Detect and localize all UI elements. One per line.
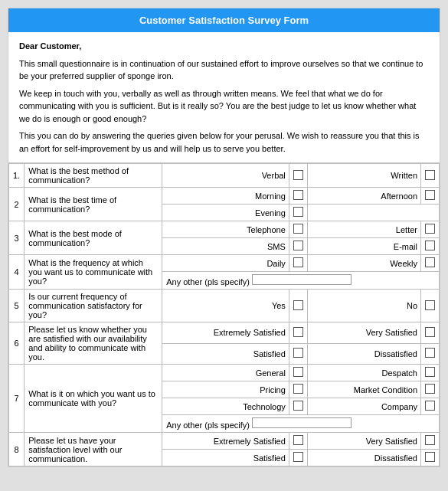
answer-label: Afternoon	[307, 188, 420, 205]
checkbox-cell[interactable]	[289, 164, 307, 188]
question-number: 1.	[9, 164, 25, 188]
question-text: What is the best mode of communication?	[25, 221, 162, 255]
answer-label: Telephone	[162, 221, 289, 238]
checkbox[interactable]	[293, 224, 303, 234]
checkbox[interactable]	[293, 327, 303, 337]
checkbox-cell[interactable]	[421, 221, 440, 238]
answer-label: Company	[307, 398, 420, 415]
checkbox[interactable]	[425, 257, 435, 267]
answer-label: Weekly	[307, 255, 420, 272]
checkbox[interactable]	[425, 190, 435, 200]
answer-label: E-mail	[307, 238, 420, 255]
empty-cell	[307, 205, 439, 221]
checkbox-cell[interactable]	[289, 322, 307, 344]
answer-label: Yes	[162, 290, 289, 322]
answer-label: No	[307, 290, 420, 322]
checkbox[interactable]	[293, 401, 303, 411]
checkbox[interactable]	[425, 170, 435, 180]
answer-label: Very Satisfied	[307, 433, 420, 450]
checkbox[interactable]	[425, 300, 435, 310]
answer-label: Market Condition	[307, 381, 420, 398]
checkbox-cell[interactable]	[421, 255, 440, 272]
checkbox[interactable]	[293, 257, 303, 267]
checkbox-cell[interactable]	[421, 290, 440, 322]
table-row: 7What is it on which you want us to comm…	[9, 365, 440, 381]
checkbox-cell[interactable]	[421, 322, 440, 344]
intro-para2: We keep in touch with you, verbally as w…	[19, 87, 429, 126]
checkbox-cell[interactable]	[289, 238, 307, 255]
checkbox[interactable]	[425, 367, 435, 377]
checkbox-cell[interactable]	[289, 343, 307, 365]
specify-input[interactable]	[252, 417, 352, 428]
checkbox[interactable]	[425, 452, 435, 462]
checkbox[interactable]	[293, 241, 303, 250]
specify-input[interactable]	[252, 274, 352, 285]
checkbox[interactable]	[425, 384, 435, 394]
answer-label: Letter	[307, 221, 420, 238]
checkbox-cell[interactable]	[289, 381, 307, 398]
answer-label: Extremely Satisfied	[162, 322, 289, 344]
checkbox[interactable]	[293, 190, 303, 200]
table-row: 8Please let us have your satisfaction le…	[9, 433, 440, 450]
page-header: Customer Satisfaction Survey Form	[8, 8, 440, 32]
answer-label: Very Satisfied	[307, 322, 420, 344]
checkbox[interactable]	[293, 300, 303, 310]
specify-text: Any other (pls specify)	[166, 277, 252, 286]
checkbox-cell[interactable]	[421, 365, 440, 381]
checkbox[interactable]	[293, 435, 303, 445]
greeting: Dear Customer,	[19, 41, 81, 51]
answer-label: Dissatisfied	[307, 450, 420, 466]
question-number: 8	[9, 433, 25, 466]
checkbox[interactable]	[293, 170, 303, 180]
checkbox-cell[interactable]	[421, 398, 440, 415]
question-number: 6	[9, 322, 25, 365]
checkbox[interactable]	[293, 367, 303, 377]
checkbox[interactable]	[425, 348, 435, 358]
checkbox-cell[interactable]	[421, 450, 440, 466]
checkbox-cell[interactable]	[421, 381, 440, 398]
checkbox[interactable]	[293, 348, 303, 358]
checkbox-cell[interactable]	[289, 433, 307, 450]
checkbox-cell[interactable]	[421, 188, 440, 205]
table-row: 6Please let us know whether you are sati…	[9, 322, 440, 344]
checkbox-cell[interactable]	[289, 255, 307, 272]
checkbox[interactable]	[425, 327, 435, 337]
survey-table: 1.What is the best method of communicati…	[8, 163, 440, 466]
checkbox-cell[interactable]	[289, 205, 307, 221]
checkbox-cell[interactable]	[289, 221, 307, 238]
checkbox[interactable]	[425, 224, 435, 234]
checkbox-cell[interactable]	[289, 398, 307, 415]
checkbox[interactable]	[425, 401, 435, 411]
question-number: 3	[9, 221, 25, 255]
checkbox-cell[interactable]	[421, 343, 440, 365]
intro-para3: This you can do by answering the queries…	[19, 129, 429, 155]
checkbox[interactable]	[293, 384, 303, 394]
answer-label: SMS	[162, 238, 289, 255]
table-row: 2What is the best time of communication?…	[9, 188, 440, 205]
question-number: 7	[9, 365, 25, 433]
answer-label: Satisfied	[162, 450, 289, 466]
table-row: 3What is the best mode of communication?…	[9, 221, 440, 238]
specify-label: Any other (pls specify)	[162, 272, 440, 290]
checkbox-cell[interactable]	[289, 450, 307, 466]
checkbox-cell[interactable]	[421, 238, 440, 255]
checkbox[interactable]	[425, 241, 435, 250]
checkbox-cell[interactable]	[289, 188, 307, 205]
checkbox-cell[interactable]	[421, 433, 440, 450]
question-text: Please let us have your satisfaction lev…	[25, 433, 162, 466]
checkbox[interactable]	[293, 452, 303, 462]
answer-label: Morning	[162, 188, 289, 205]
checkbox-cell[interactable]	[289, 290, 307, 322]
question-text: What is the best method of communication…	[25, 164, 162, 188]
answer-label: Dissatisfied	[307, 343, 420, 365]
checkbox-cell[interactable]	[289, 365, 307, 381]
checkbox[interactable]	[425, 435, 435, 445]
answer-label: General	[162, 365, 289, 381]
specify-label: Any other (pls specify)	[162, 415, 440, 433]
table-row: 5Is our current frequency of communicati…	[9, 290, 440, 322]
answer-label: Written	[307, 164, 420, 188]
question-text: What is the frequency at which you want …	[25, 255, 162, 290]
checkbox-cell[interactable]	[421, 164, 440, 188]
checkbox[interactable]	[293, 207, 303, 217]
question-number: 5	[9, 290, 25, 322]
